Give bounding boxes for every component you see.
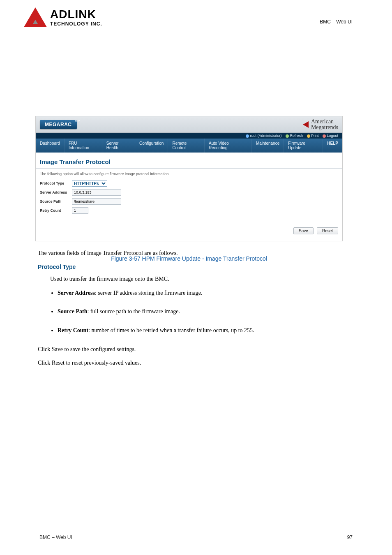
bullet-server-address: Server Address: server IP address storin… <box>58 289 354 297</box>
ami-logo: American Megatrends <box>303 119 338 130</box>
page-header-label: BMC – Web UI <box>320 19 353 25</box>
retry-count-label: Retry Count <box>40 208 72 213</box>
logout-icon <box>323 134 326 138</box>
bullet-retry-count: Retry Count: number of times to be retri… <box>58 326 354 335</box>
adlink-logo-mark <box>24 7 47 27</box>
server-address-label: Server Address <box>40 190 72 194</box>
source-path-label: Source Path <box>40 199 72 204</box>
save-text: Click Save to save the configured settin… <box>38 345 354 354</box>
menu-dashboard[interactable]: Dashboard <box>36 139 65 153</box>
menu-fru[interactable]: FRU Information <box>65 139 102 153</box>
logo-text-big: ADLINK <box>50 8 102 21</box>
intro-text: The various fields of Image Transfer Pro… <box>38 249 354 257</box>
main-menu: Dashboard FRU Information Server Health … <box>36 139 342 153</box>
reset-button[interactable]: Reset <box>317 227 338 234</box>
reset-text: Click Reset to reset previously-saved va… <box>38 359 354 367</box>
brand-pill: MEGARACSP <box>40 120 77 129</box>
logo-text-small: TECHNOLOGY INC. <box>50 21 102 27</box>
screenshot-ui: MEGARACSP American Megatrends root (Admi… <box>35 116 343 241</box>
ami-arrow-icon <box>303 121 309 128</box>
menu-remote-control[interactable]: Remote Control <box>168 139 205 153</box>
menu-configuration[interactable]: Configuration <box>135 139 168 153</box>
server-address-input[interactable] <box>72 189 121 196</box>
retry-count-input[interactable] <box>72 207 88 214</box>
print-icon <box>307 134 310 138</box>
protocol-type-select[interactable]: HTTP/HTTPs <box>72 180 107 187</box>
footer-left: BMC – Web UI <box>39 534 72 540</box>
footer-right: 97 <box>347 534 353 540</box>
logout-link[interactable]: Logout <box>323 134 338 138</box>
menu-maintenance[interactable]: Maintenance <box>252 139 284 153</box>
page-title: Image Transfer Protocol <box>36 158 342 169</box>
menu-auto-video[interactable]: Auto Video Recording <box>205 139 252 153</box>
refresh-icon <box>286 134 289 138</box>
refresh-link[interactable]: Refresh <box>286 134 303 138</box>
user-icon <box>246 134 249 138</box>
menu-firmware-update[interactable]: Firmware Update <box>284 139 323 153</box>
user-indicator: root (Administrator) <box>246 134 281 138</box>
section-body-protocol: Used to transfer the firmware image onto… <box>50 275 354 283</box>
print-link[interactable]: Print <box>307 134 319 138</box>
menu-help[interactable]: HELP <box>323 139 342 153</box>
protocol-type-label: Protocol Type <box>40 181 72 185</box>
bullet-source-path: Source Path: full source path to the fir… <box>58 308 354 316</box>
section-head-protocol: Protocol Type <box>38 263 354 271</box>
source-path-input[interactable] <box>72 198 121 205</box>
menu-server-health[interactable]: Server Health <box>102 139 135 153</box>
page-desc: The following option will allow to confi… <box>36 172 342 180</box>
save-button[interactable]: Save <box>293 227 314 234</box>
